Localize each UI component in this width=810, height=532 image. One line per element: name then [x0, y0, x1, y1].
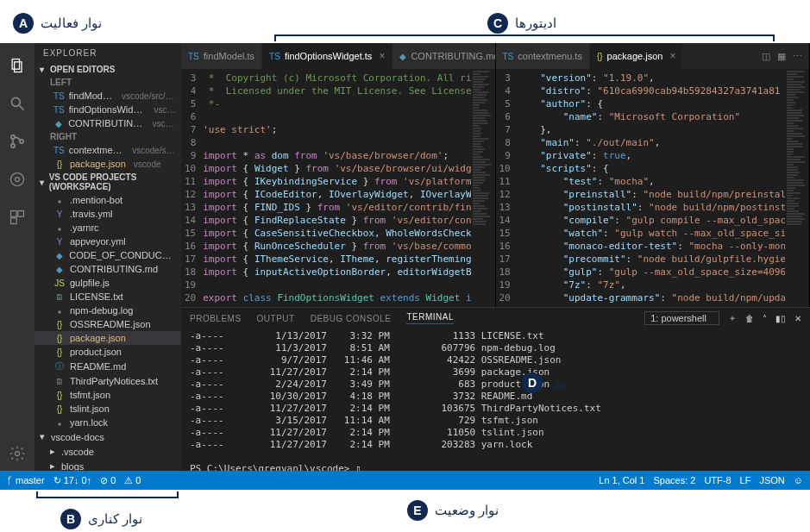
minimap[interactable]	[785, 69, 809, 307]
open-editor-item[interactable]: TScontextmenu.tsvscode/src/...	[35, 143, 181, 157]
debug-icon[interactable]	[0, 162, 35, 197]
editor-tab[interactable]: ◆CONTRIBUTING.md	[392, 43, 494, 69]
folder-item[interactable]: ▸.vscode	[35, 444, 181, 459]
close-tab-icon[interactable]: ×	[379, 50, 385, 62]
close-tab-icon[interactable]: ×	[669, 50, 675, 62]
open-editors-header[interactable]: ▾OPEN EDITORS	[35, 63, 181, 76]
file-icon: TS	[188, 52, 199, 61]
panel-close-icon[interactable]: ✕	[794, 314, 801, 323]
open-editor-item[interactable]: ◆CONTRIBUTING.mdvscode	[35, 116, 181, 130]
split-editor-icon[interactable]: ◫	[762, 51, 770, 62]
folder-item[interactable]: ▸blogs	[35, 459, 181, 471]
file-item[interactable]: {}OSSREADME.json	[35, 317, 181, 331]
warning-count[interactable]: ⚠ 0	[124, 475, 141, 486]
open-editor-item[interactable]: {}package.jsonvscode	[35, 157, 181, 171]
file-item[interactable]: {}tslint.json	[35, 402, 181, 416]
editor-group-right: TScontextmenu.ts{}package.json×◫▦⋯ 34567…	[496, 43, 811, 307]
panel-tab-terminal[interactable]: TERMINAL	[406, 312, 454, 324]
file-name: findModel.ts	[69, 91, 114, 101]
source-control-icon[interactable]	[0, 124, 35, 159]
editor-tab[interactable]: TSfindOptionsWidget.ts×	[262, 43, 392, 69]
tab-label: contextmenu.ts	[518, 51, 582, 61]
file-item[interactable]: ⬥yarn.lock	[35, 416, 181, 429]
file-icon: ⬥	[53, 418, 66, 428]
file-name: yarn.lock	[70, 417, 108, 428]
file-icon: {}	[53, 334, 66, 343]
extensions-icon[interactable]	[0, 200, 35, 235]
workspace-header[interactable]: ▾VS CODE PROJECTS (WORKSPACE)	[35, 171, 181, 193]
file-name: .travis.yml	[70, 209, 113, 219]
sidebar-title: EXPLORER	[35, 43, 181, 63]
editor-tab[interactable]: TScontextmenu.ts	[496, 43, 590, 69]
svg-point-2	[11, 97, 20, 106]
file-item[interactable]: Yappveyor.yml	[35, 235, 181, 248]
file-name: .mention-bot	[70, 195, 122, 205]
file-name: CONTRIBUTING.md	[68, 118, 144, 128]
file-item[interactable]: ⓘREADME.md	[35, 359, 181, 374]
file-item[interactable]: ⬥.yarnrc	[35, 221, 181, 235]
file-icon: ⓘ	[53, 360, 66, 372]
file-name: package.json	[70, 333, 126, 343]
more-actions-icon[interactable]: ⋯	[793, 51, 802, 62]
file-item[interactable]: {}product.json	[35, 345, 181, 359]
search-icon[interactable]	[0, 86, 35, 121]
file-name: npm-debug.log	[70, 305, 133, 316]
eol[interactable]: LF	[740, 475, 751, 485]
explorer-icon[interactable]	[0, 48, 35, 83]
sync-status[interactable]: ↻ 17↓ 0↑	[53, 475, 91, 486]
panel-maximize-icon[interactable]: ˄	[763, 314, 767, 323]
panel-split-icon[interactable]: ▮▯	[775, 314, 786, 323]
svg-point-5	[11, 144, 15, 147]
tab-label: package.json	[607, 51, 663, 61]
file-item[interactable]: Y.travis.yml	[35, 207, 181, 221]
panel-tab-problems[interactable]: PROBLEMS	[190, 314, 242, 323]
panel-tab-output[interactable]: OUTPUT	[257, 314, 295, 323]
editor-tab[interactable]: {}package.json×	[590, 43, 684, 69]
terminal-selector[interactable]: 1: powershell	[644, 311, 719, 325]
file-name: product.json	[70, 347, 122, 357]
file-item[interactable]: JSgulpfile.js	[35, 276, 181, 290]
file-item[interactable]: ◆CODE_OF_CONDUCT.md	[35, 248, 181, 262]
minimap[interactable]	[471, 69, 495, 307]
open-editor-item[interactable]: TSfindModel.tsvscode/src/vs/...	[35, 89, 181, 103]
file-item[interactable]: ⬥npm-debug.log	[35, 304, 181, 317]
file-icon: ◆	[53, 251, 65, 260]
file-item[interactable]: ⬥.mention-bot	[35, 193, 181, 207]
feedback-icon[interactable]: ☺	[794, 475, 803, 485]
indent[interactable]: Spaces: 2	[653, 475, 695, 485]
file-icon: TS	[503, 52, 514, 61]
file-path: vscode	[153, 119, 176, 128]
file-item[interactable]: 🗎LICENSE.txt	[35, 290, 181, 304]
panel-tabs: PROBLEMS OUTPUT DEBUG CONSOLE TERMINAL 1…	[181, 308, 810, 329]
file-item[interactable]: ◆CONTRIBUTING.md	[35, 262, 181, 276]
file-name: LICENSE.txt	[70, 291, 123, 302]
new-terminal-icon[interactable]: ＋	[728, 312, 737, 324]
file-icon: TS	[53, 91, 65, 101]
sidebar: EXPLORER ▾OPEN EDITORS LEFT TSfindModel.…	[35, 43, 181, 471]
encoding[interactable]: UTF-8	[704, 475, 731, 485]
kill-terminal-icon[interactable]: 🗑	[745, 314, 754, 323]
file-item[interactable]: {}package.json	[35, 331, 181, 345]
file-item[interactable]: {}tsfmt.json	[35, 388, 181, 402]
tab-label: findModel.ts	[204, 51, 254, 61]
file-icon: 🗎	[53, 292, 66, 302]
error-count[interactable]: ⊘ 0	[100, 475, 116, 486]
terminal-body[interactable]: -a---- 1/13/2017 3:32 PM 1133 LICENSE.tx…	[181, 329, 810, 471]
folder-item[interactable]: ▾vscode-docs	[35, 429, 181, 444]
language-mode[interactable]: JSON	[759, 475, 784, 485]
panel-tab-debug[interactable]: DEBUG CONSOLE	[311, 314, 392, 323]
git-branch[interactable]: ᚶ master	[7, 475, 45, 485]
status-bar: ᚶ master ↻ 17↓ 0↑ ⊘ 0 ⚠ 0 Ln 1, Col 1 Sp…	[0, 471, 810, 490]
file-item[interactable]: 🗎ThirdPartyNotices.txt	[35, 374, 181, 388]
editor-tab[interactable]: TSfindModel.ts	[181, 43, 262, 69]
tab-label: findOptionsWidget.ts	[285, 51, 373, 61]
file-name: tslint.json	[70, 404, 110, 414]
layout-icon[interactable]: ▦	[777, 51, 786, 62]
settings-icon[interactable]	[0, 436, 35, 471]
open-editor-item[interactable]: TSfindOptionsWidget.tsvsco...	[35, 103, 181, 116]
file-icon: ◆	[53, 119, 64, 128]
line-col[interactable]: Ln 1, Col 1	[599, 475, 644, 485]
code-editor-right[interactable]: 345678910111213141516171819202122 "versi…	[496, 69, 810, 307]
file-icon: Y	[53, 237, 66, 247]
code-editor-left[interactable]: 34567891011121314151617181920 * Copyrigh…	[181, 69, 495, 307]
